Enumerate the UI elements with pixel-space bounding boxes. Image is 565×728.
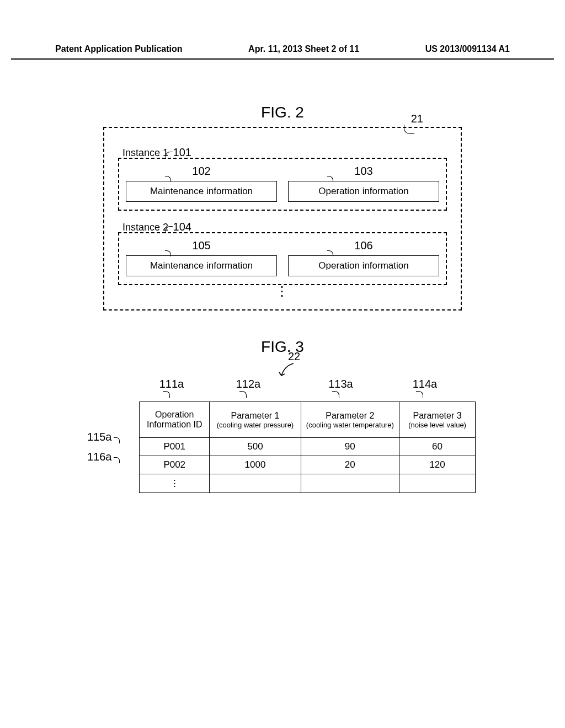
instance-1-operation-box: 103 Operation information [288, 181, 439, 202]
ref-112a: 112a [236, 378, 261, 390]
ref-105: 105 [192, 239, 210, 252]
table-row: P002 1000 20 120 [140, 456, 476, 474]
ref-22: 22 [288, 350, 300, 363]
col-header-operation-id: Operation Information ID [140, 402, 210, 438]
col-header-param2: Parameter 2(cooling water temperature) [301, 402, 399, 438]
instance-1-operation-label: Operation information [318, 186, 408, 196]
instance-2-maintenance-box: 105 Maintenance information [126, 255, 277, 276]
fig2-title: FIG. 2 [44, 104, 521, 121]
header-right: US 2013/0091134 A1 [425, 44, 510, 54]
ref-104: 104 [173, 221, 191, 233]
ref-111a: 111a [159, 378, 184, 390]
ref-21: 21 [411, 113, 423, 125]
cell-empty [210, 474, 301, 493]
instance-1-maintenance-box: 102 Maintenance information [126, 181, 277, 202]
cell-p1: 500 [210, 438, 301, 456]
ref-113a: 113a [328, 378, 353, 390]
cell-dots: ⋮ [140, 474, 210, 493]
instance-2-label: Instance 2 [118, 222, 168, 233]
ref-101-text: 101 [173, 146, 191, 158]
table-row-dots: ⋮ [140, 474, 476, 493]
ref-102-leader [165, 176, 171, 182]
instance-1-block: Instance 1 101 102 Maintenance informati… [118, 146, 447, 211]
col-header-param1: Parameter 1(cooling water pressure) [210, 402, 301, 438]
cell-p1: 1000 [210, 456, 301, 474]
vertical-dots-icon: ⋮ [118, 290, 447, 293]
fig3-table: Operation Information ID Parameter 1(coo… [139, 402, 476, 493]
ref-115a: 115a [87, 431, 112, 443]
instance-2-maintenance-label: Maintenance information [150, 260, 253, 271]
ref-116a: 116a [87, 451, 112, 463]
instance-2-operation-box: 106 Operation information [288, 255, 439, 276]
cell-p3: 60 [399, 438, 476, 456]
instance-1-maintenance-label: Maintenance information [150, 186, 253, 196]
cell-p3: 120 [399, 456, 476, 474]
row-refs: 115a 116a [87, 431, 112, 470]
page-header: Patent Application Publication Apr. 11, … [11, 0, 554, 60]
column-refs: 111a 112a 113a 114a [139, 378, 476, 390]
instance-1-inner: 102 Maintenance information 103 Operatio… [118, 158, 447, 211]
table-header-row: Operation Information ID Parameter 1(coo… [140, 402, 476, 438]
ref-21-leader [404, 125, 414, 134]
cell-id: P002 [140, 456, 210, 474]
instance-2-operation-label: Operation information [318, 260, 408, 271]
cell-id: P001 [140, 438, 210, 456]
cell-p2: 20 [301, 456, 399, 474]
cell-empty [301, 474, 399, 493]
instance-1-label: Instance 1 [118, 147, 168, 158]
ref-102: 102 [192, 165, 210, 178]
ref-114a: 114a [413, 378, 438, 390]
header-center: Apr. 11, 2013 Sheet 2 of 11 [248, 44, 359, 54]
cell-empty [399, 474, 476, 493]
fig2-diagram: 21 Instance 1 101 102 Maintenance inform… [103, 127, 462, 311]
fig3-title: FIG. 3 [44, 338, 521, 356]
ref-103-leader [327, 176, 333, 182]
ref-105-leader [165, 250, 171, 256]
ref-106: 106 [354, 239, 372, 252]
table-row: P001 500 90 60 [140, 438, 476, 456]
fig3-diagram: 22 111a 112a 113a 114a 115a 116a Operati… [89, 378, 476, 493]
ref-103: 103 [354, 165, 372, 178]
ref-101: 101 [173, 146, 191, 158]
cell-p2: 90 [301, 438, 399, 456]
outer-dashed-box: Instance 1 101 102 Maintenance informati… [103, 127, 462, 311]
ref-104-text: 104 [173, 221, 191, 233]
col-header-param3: Parameter 3(noise level value) [399, 402, 476, 438]
header-left: Patent Application Publication [55, 44, 183, 54]
instance-2-block: Instance 2 104 105 Maintenance informati… [118, 221, 447, 293]
ref-106-leader [327, 250, 333, 256]
instance-2-inner: 105 Maintenance information 106 Operatio… [118, 232, 447, 285]
